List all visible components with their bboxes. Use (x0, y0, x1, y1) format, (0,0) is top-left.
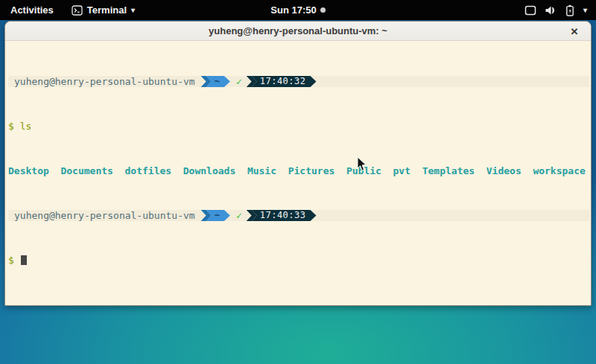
close-icon: ✕ (571, 26, 579, 37)
prompt-user-host: yuheng@henry-personal-ubuntu-vm (14, 76, 195, 87)
directory-name: Music (247, 165, 276, 176)
directory-name: workspace (533, 165, 585, 176)
command-text: ls (20, 121, 32, 132)
battery-charging-icon (565, 4, 575, 16)
clock-button[interactable]: Sun 17:50 (270, 4, 325, 16)
powerline-time-segment: 17:40:32 (247, 76, 317, 87)
directory-name: Public (346, 165, 381, 176)
close-button[interactable]: ✕ (566, 22, 583, 41)
recording-dot-icon (320, 7, 326, 13)
terminal-app-icon (72, 5, 83, 16)
volume-icon (545, 5, 557, 16)
prompt-dollar: $ (8, 255, 14, 266)
prompt-timestamp: 17:40:33 (252, 210, 317, 221)
app-menu-terminal[interactable]: Terminal ▾ (64, 0, 142, 20)
prompt-line-1: yuheng@henry-personal-ubuntu-vm ~ ✓ 17:4… (8, 76, 589, 87)
activities-label: Activities (10, 4, 54, 16)
command-line: $ ls (8, 121, 589, 132)
ls-output-line: DesktopDocumentsdotfilesDownloadsMusicPi… (8, 165, 589, 176)
desktop: { "topbar": { "activities_label": "Activ… (0, 0, 596, 364)
directory-name: Pictures (288, 165, 335, 176)
status-check-icon: ✓ (230, 210, 247, 221)
prompt-timestamp: 17:40:32 (252, 76, 317, 87)
clock-label: Sun 17:50 (270, 4, 316, 16)
directory-name: Documents (60, 165, 112, 176)
directory-name: Videos (486, 165, 522, 176)
directory-name: dotfiles (125, 165, 172, 176)
window-title: yuheng@henry-personal-ubuntu-vm: ~ (5, 25, 591, 36)
directory-name: Templates (422, 165, 475, 176)
powerline-path-segment: ~ (201, 210, 230, 221)
screen-icon (524, 5, 536, 16)
directory-name: Downloads (183, 165, 235, 176)
text-cursor (21, 255, 27, 265)
current-input-line: $ (8, 255, 589, 266)
chevron-down-icon: ▾ (131, 6, 135, 14)
system-menu[interactable]: ▾ (516, 0, 596, 20)
terminal-window: yuheng@henry-personal-ubuntu-vm: ~ ✕ yuh… (4, 21, 592, 306)
top-bar: Activities Terminal ▾ Sun 17:50 (0, 0, 596, 20)
directory-name: Desktop (8, 165, 49, 176)
directory-name: pvt (393, 165, 410, 176)
prompt-line-2: yuheng@henry-personal-ubuntu-vm ~ ✓ 17:4… (8, 210, 589, 221)
prompt-dollar: $ (8, 121, 14, 132)
activities-button[interactable]: Activities (0, 0, 64, 20)
prompt-user-host: yuheng@henry-personal-ubuntu-vm (14, 210, 195, 221)
powerline-time-segment: 17:40:33 (247, 210, 317, 221)
top-bar-right: ▾ (516, 0, 596, 20)
powerline-path-segment: ~ (201, 76, 230, 87)
app-menu-label: Terminal (87, 4, 127, 16)
status-check-icon: ✓ (230, 76, 247, 87)
terminal-content[interactable]: yuheng@henry-personal-ubuntu-vm ~ ✓ 17:4… (5, 41, 591, 305)
chevron-down-icon: ▾ (583, 6, 587, 14)
top-bar-left: Activities Terminal ▾ (0, 0, 142, 20)
title-bar[interactable]: yuheng@henry-personal-ubuntu-vm: ~ ✕ (5, 22, 591, 41)
